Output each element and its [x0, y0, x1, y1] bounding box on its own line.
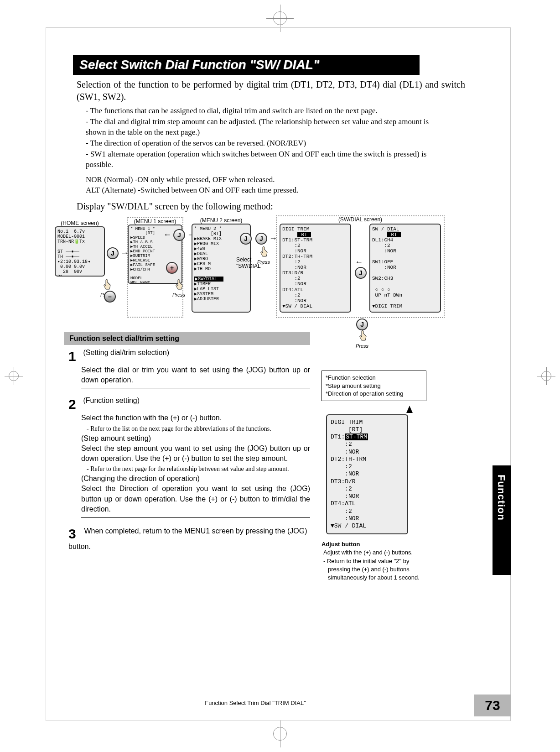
press-label: Press [356, 343, 368, 349]
step-body: Select the function with the (+) or (-) … [81, 413, 310, 423]
up-arrow-icon [406, 406, 413, 413]
info-box: *Function selection *Step amount setting… [321, 371, 426, 401]
hand-icon [257, 246, 269, 259]
sw-dial-lcd: SW / DIAL RT DL1:CH4 :2 :NOR SW1:OFF :NO… [369, 224, 441, 313]
crop-mark-left [5, 367, 23, 385]
crop-mark-bottom [266, 720, 294, 747]
page-title: Select Switch Dial Function "SW/ DIAL" [73, 55, 420, 75]
intro-paragraph: Selection of the function to be performe… [77, 78, 465, 103]
step-num: 1 [68, 349, 81, 364]
menu2-label: (MENU 2 screen) [192, 217, 251, 224]
home-screen-lcd: No.1 6.7v MODEL-0001 TRN-NR🔋Tx ST ──●── … [55, 226, 105, 277]
crop-mark-right [537, 367, 555, 385]
bullet-1: - The functions that can be assigned to … [86, 106, 437, 116]
footer-text: Function Select Trim Dial "TRIM DIAL" [119, 700, 392, 706]
adjust-line: - Return to the initial value "2" by pre… [323, 557, 426, 582]
alt-line: ALT (Alternate) -Switched between ON and… [86, 185, 465, 196]
digi-trim-lcd: DIGI TRIM RT DT1:ST-TRM :2 :NOR DT2:TH-T… [280, 224, 351, 313]
bullet-2: - The dial and digital trim step amount … [86, 117, 437, 138]
jog-button-icon: J [173, 229, 185, 241]
display-note: Display "SW/DIAL" screen by the followin… [77, 201, 465, 212]
info-line: *Direction of operation setting [326, 390, 422, 398]
side-tab-label: Function [495, 475, 507, 521]
press-label: Press [257, 259, 270, 265]
hand-icon [172, 279, 184, 292]
step-body: Select the dial or trim you want to set … [81, 365, 310, 386]
jog-button-icon: J [356, 319, 368, 330]
jog-button-icon: J [355, 267, 367, 279]
step-num: 2 [68, 397, 81, 412]
page-number: 73 [474, 695, 511, 716]
section-heading: Function select dial/trim setting [64, 332, 310, 345]
jog-button-icon: J [255, 233, 267, 245]
hand-icon [356, 330, 368, 343]
step-note: - Refer to the list on the next page for… [87, 425, 310, 433]
home-screen-label: (HOME screen) [55, 220, 105, 226]
minus-button-icon: – [104, 291, 116, 303]
step-num: 3 [68, 526, 81, 542]
step-body: Select the Direction of operation you wa… [81, 484, 310, 514]
press-label: Press [172, 292, 185, 298]
side-tab: Function [493, 465, 511, 575]
bullet-3: - The direction of operation of the serv… [86, 138, 437, 149]
right-lcd: DIGI TRIM [RT] DT1:ST-TRM :2 :NOR DT2:TH… [326, 414, 408, 535]
step-subhead: (Changing the direction of operation) [81, 475, 310, 483]
plus-button-icon: + [166, 262, 178, 274]
steps-block: 1 (Setting dial/trim selection) Select t… [68, 349, 310, 552]
bullet-4: - SW1 alternate operation (operation whi… [86, 149, 437, 170]
feature-list: - The functions that can be assigned to … [86, 106, 437, 170]
step-body: Select the step amount you want to set u… [81, 444, 310, 464]
nor-alt-block: NOR (Normal) -ON only while pressed, OFF… [86, 175, 465, 196]
info-line: *Step amount setting [326, 382, 422, 390]
hand-icon [100, 279, 112, 292]
adjust-body: Adjust with the (+) and (-) buttons. - R… [323, 548, 426, 582]
adjust-line: Adjust with the (+) and (-) buttons. [323, 548, 426, 557]
step-body: When completed, return to the MENU1 scre… [68, 527, 307, 550]
step-note: - Refer to the next page for the relatio… [87, 465, 310, 473]
step-subhead: (Step amount setting) [81, 434, 310, 443]
nor-line: NOR (Normal) -ON only while pressed, OFF… [86, 175, 465, 185]
step-head: (Setting dial/trim selection) [83, 349, 169, 356]
step-head: (Function setting) [83, 397, 140, 404]
step-3: 3 When completed, return to the MENU1 sc… [68, 526, 310, 552]
crop-mark-top [266, 5, 294, 32]
menu1-label: (MENU 1 screen) [128, 218, 182, 225]
jog-button-icon: J [107, 247, 119, 259]
navigation-diagram: (HOME screen) No.1 6.7v MODEL-0001 TRN-N… [55, 215, 451, 329]
jog-button-icon: J [240, 233, 252, 245]
swdial-label: (SW/DIAL screen) [277, 216, 444, 223]
step-1: 1 (Setting dial/trim selection) Select t… [68, 349, 310, 389]
step-2: 2 (Function setting) Select the function… [68, 397, 310, 517]
right-column: *Function selection *Step amount setting… [321, 371, 426, 582]
adjust-heading: Adjust button [321, 541, 426, 548]
info-line: *Function selection [326, 374, 422, 382]
